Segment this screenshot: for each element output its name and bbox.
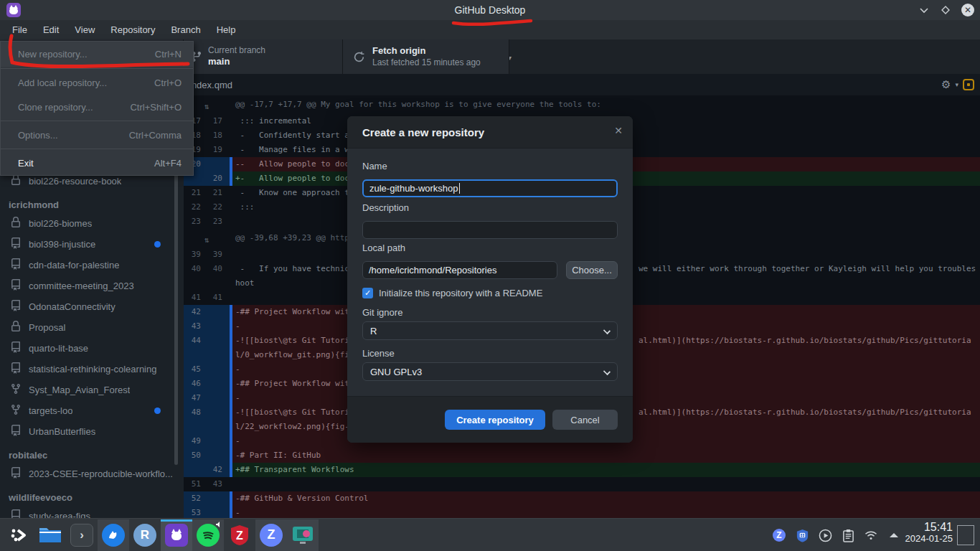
diff-line-ctx[interactable]: 5143: [184, 477, 980, 491]
line-number-gutter[interactable]: 3939: [184, 248, 230, 262]
sidebar-item-urbanbutterflies[interactable]: UrbanButterflies: [0, 421, 184, 442]
taskbar-librewolf-browser-icon[interactable]: [98, 519, 129, 551]
new-line-number: 42: [207, 463, 227, 477]
description-input[interactable]: [362, 221, 618, 239]
diff-line-del[interactable]: 52-## GitHub & Version Control: [184, 491, 980, 506]
gitignore-select[interactable]: R: [362, 321, 618, 340]
sidebar-item-proposal[interactable]: Proposal: [0, 317, 184, 338]
line-number-gutter[interactable]: 2323: [184, 215, 230, 229]
line-number-gutter[interactable]: 48: [184, 405, 230, 434]
lock-icon: [10, 174, 22, 189]
tray-expand-tray-icon[interactable]: [887, 528, 901, 542]
security-shield-tray-icon[interactable]: [795, 528, 809, 542]
line-number-gutter[interactable]: 2222: [184, 200, 230, 215]
taskbar-zotero-icon[interactable]: Z: [224, 519, 255, 551]
line-number-gutter[interactable]: 50: [184, 448, 230, 463]
diff-text-segment: +- Allow people to doc: [235, 174, 349, 183]
fetch-origin-button[interactable]: Fetch origin Last fetched 15 minutes ago: [343, 39, 509, 74]
choose-button[interactable]: Choose...: [566, 261, 618, 279]
diff-text-segment: l/22_workflow2.png){fig-: [235, 422, 349, 431]
diff-text-segment: - If you have technic: [235, 264, 349, 273]
menubar-item-file[interactable]: File: [6, 22, 34, 38]
line-number-gutter[interactable]: 5143: [184, 477, 230, 491]
line-number-gutter[interactable]: 42: [184, 463, 230, 477]
menu-item-shortcut: Ctrl+O: [154, 77, 182, 88]
menubar-item-help[interactable]: Help: [210, 22, 242, 38]
maximize-icon[interactable]: [940, 4, 951, 16]
line-number-gutter[interactable]: 42: [184, 305, 230, 319]
zulip-tray-icon[interactable]: Z: [772, 528, 786, 542]
close-icon[interactable]: ✕: [961, 4, 974, 17]
cancel-button[interactable]: Cancel: [552, 410, 618, 430]
dialog-close-icon[interactable]: ✕: [614, 125, 623, 136]
line-number-gutter[interactable]: 52: [184, 491, 230, 506]
sidebar-item-biol226-biomes[interactable]: biol226-biomes: [0, 213, 184, 234]
current-branch-button[interactable]: Current branch main ▾: [184, 39, 343, 74]
menubar-item-edit[interactable]: Edit: [37, 22, 65, 38]
new-line-number: [207, 491, 227, 506]
create-repository-button[interactable]: Create repository: [445, 410, 545, 430]
gear-icon[interactable]: ⚙: [941, 78, 951, 91]
sidebar-item-statistical-rethinking-colearning[interactable]: statistical-rethinking-colearning: [0, 359, 184, 380]
current-branch-value: main: [208, 56, 265, 67]
diff-line-add[interactable]: 42+## Transparent Workflows: [184, 463, 980, 477]
diff-line-del[interactable]: 50-# Part II: GitHub: [184, 448, 980, 463]
show-desktop-button[interactable]: [957, 525, 974, 545]
whitespace-toggle-icon[interactable]: [963, 79, 974, 90]
menu-item-exit[interactable]: ExitAlt+F4: [1, 151, 193, 175]
sidebar-scrollbar[interactable]: [174, 171, 178, 465]
line-number-gutter[interactable]: 47: [184, 391, 230, 405]
line-number-gutter[interactable]: 4141: [184, 291, 230, 305]
taskbar-terminal-icon[interactable]: ›: [66, 519, 98, 551]
clock[interactable]: 15:41 2024-01-25: [905, 521, 953, 545]
sidebar-item-odonataconnectivity[interactable]: OdonataConnectivity: [0, 296, 184, 317]
local-path-input[interactable]: /home/icrichmond/Repositories: [362, 261, 557, 279]
chevron-down-icon[interactable]: ▾: [955, 81, 958, 88]
name-input[interactable]: zule-github-workshop: [362, 179, 618, 197]
menu-item-add-local-repository[interactable]: Add local repository...Ctrl+O: [1, 70, 193, 95]
new-line-number: [207, 405, 227, 434]
media-play-tray-icon[interactable]: [818, 528, 832, 542]
wolf-glyph: [102, 524, 125, 547]
line-number-gutter[interactable]: 2121: [184, 186, 230, 200]
line-number-gutter[interactable]: 43: [184, 319, 230, 334]
taskbar-file-manager-icon[interactable]: [34, 519, 66, 551]
menu-item-new-repository[interactable]: New repository...Ctrl+N: [1, 42, 193, 67]
menubar-item-view[interactable]: View: [68, 22, 101, 38]
readme-checkbox[interactable]: ✓: [362, 288, 373, 298]
line-number-gutter[interactable]: 45: [184, 362, 230, 377]
menu-item-options[interactable]: Options...Ctrl+Comma: [1, 123, 193, 147]
sidebar-item-biol398-injustice[interactable]: biol398-injustice: [0, 234, 184, 255]
minimize-icon[interactable]: [918, 4, 930, 16]
old-line-number: 41: [184, 291, 207, 305]
old-line-number: 53: [184, 506, 207, 518]
taskbar-screen-recorder-icon[interactable]: [287, 519, 319, 551]
sidebar-item-cdn-data-for-palestine[interactable]: cdn-data-for-palestine: [0, 255, 184, 276]
taskbar-rstudio-icon[interactable]: R: [129, 519, 161, 551]
line-number-gutter[interactable]: 44: [184, 334, 230, 362]
taskbar-github-desktop-icon[interactable]: [161, 519, 192, 551]
line-number-gutter[interactable]: 4040: [184, 262, 230, 291]
menu-item-clone-repository[interactable]: Clone repository...Ctrl+Shift+O: [1, 95, 193, 119]
taskbar-spotify-icon[interactable]: [192, 519, 224, 551]
line-number-gutter[interactable]: 46: [184, 377, 230, 391]
expand-hunk-icon[interactable]: ⇅: [184, 229, 230, 248]
old-line-number: 51: [184, 477, 207, 491]
sidebar-item-2023-csee-reproducible-workflo[interactable]: 2023-CSEE-reproducible-workflo...: [0, 463, 184, 484]
clipboard-tray-icon[interactable]: [841, 528, 855, 542]
sidebar-item-quarto-lit-base[interactable]: quarto-lit-base: [0, 338, 184, 359]
create-repository-dialog: Create a new repository ✕ Name zule-gith…: [347, 116, 633, 443]
repository-name: quarto-lit-base: [29, 343, 88, 354]
menubar-item-branch[interactable]: Branch: [164, 22, 207, 38]
license-select[interactable]: GNU GPLv3: [362, 362, 618, 381]
sidebar-item-syst-map-avian-forest[interactable]: Syst_Map_Avian_Forest: [0, 380, 184, 400]
diff-line-del[interactable]: 53-: [184, 506, 980, 518]
taskbar-app-launcher-icon[interactable]: [3, 519, 34, 551]
sidebar-item-targets-loo[interactable]: targets-loo: [0, 400, 184, 421]
sidebar-item-committee-meeting-2023[interactable]: committee-meeting_2023: [0, 276, 184, 296]
taskbar-zulip-icon[interactable]: Z: [255, 519, 287, 551]
wifi-tray-icon[interactable]: [864, 528, 878, 542]
line-number-gutter[interactable]: 53: [184, 506, 230, 518]
line-number-gutter[interactable]: 49: [184, 434, 230, 448]
menubar-item-repository[interactable]: Repository: [104, 22, 161, 38]
